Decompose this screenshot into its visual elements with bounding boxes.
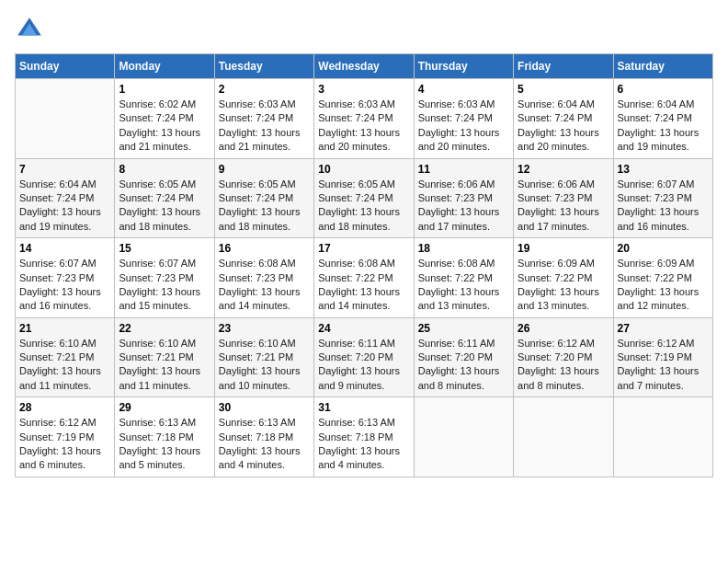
sunrise-text: Sunrise: 6:09 AM xyxy=(618,257,709,270)
day-number: 15 xyxy=(119,242,210,255)
daylight-text: Daylight: 13 hours and 21 minutes. xyxy=(119,126,210,155)
calendar-cell: 16 Sunrise: 6:08 AM Sunset: 7:23 PM Dayl… xyxy=(214,238,313,318)
daylight-text: Daylight: 13 hours and 13 minutes. xyxy=(518,285,609,314)
sunrise-text: Sunrise: 6:05 AM xyxy=(318,178,409,191)
sunset-text: Sunset: 7:18 PM xyxy=(119,431,210,444)
calendar-cell: 5 Sunrise: 6:04 AM Sunset: 7:24 PM Dayli… xyxy=(514,79,613,159)
sunset-text: Sunset: 7:23 PM xyxy=(19,271,110,285)
day-number: 12 xyxy=(518,163,609,176)
day-number: 7 xyxy=(19,163,110,176)
calendar-cell: 20 Sunrise: 6:09 AM Sunset: 7:22 PM Dayl… xyxy=(613,238,712,318)
sunrise-text: Sunrise: 6:10 AM xyxy=(19,337,110,350)
sunrise-text: Sunrise: 6:07 AM xyxy=(618,178,709,191)
daylight-text: Daylight: 13 hours and 4 minutes. xyxy=(219,444,310,473)
sunrise-text: Sunrise: 6:03 AM xyxy=(318,98,409,111)
day-number: 5 xyxy=(518,83,609,96)
daylight-text: Daylight: 13 hours and 17 minutes. xyxy=(518,205,609,234)
sunset-text: Sunset: 7:24 PM xyxy=(119,191,210,205)
daylight-text: Daylight: 13 hours and 13 minutes. xyxy=(418,285,509,314)
sunset-text: Sunset: 7:23 PM xyxy=(219,271,310,285)
sunrise-text: Sunrise: 6:08 AM xyxy=(418,257,509,270)
daylight-text: Daylight: 13 hours and 18 minutes. xyxy=(219,205,310,234)
day-number: 4 xyxy=(418,83,509,96)
sunset-text: Sunset: 7:20 PM xyxy=(518,350,609,364)
sunset-text: Sunset: 7:20 PM xyxy=(418,350,509,364)
sunset-text: Sunset: 7:24 PM xyxy=(518,111,609,125)
weekday-header-sunday: Sunday xyxy=(16,54,115,79)
sunrise-text: Sunrise: 6:11 AM xyxy=(318,337,409,350)
daylight-text: Daylight: 13 hours and 8 minutes. xyxy=(518,364,609,393)
daylight-text: Daylight: 13 hours and 6 minutes. xyxy=(19,444,110,473)
day-number: 2 xyxy=(219,83,310,96)
day-info: Sunrise: 6:07 AM Sunset: 7:23 PM Dayligh… xyxy=(618,178,709,235)
day-number: 30 xyxy=(219,401,310,414)
day-info: Sunrise: 6:08 AM Sunset: 7:22 PM Dayligh… xyxy=(318,257,409,314)
calendar-cell: 15 Sunrise: 6:07 AM Sunset: 7:23 PM Dayl… xyxy=(115,238,214,318)
sunset-text: Sunset: 7:22 PM xyxy=(618,271,709,285)
weekday-header-wednesday: Wednesday xyxy=(314,54,414,79)
sunset-text: Sunset: 7:20 PM xyxy=(318,350,409,364)
day-number: 14 xyxy=(19,242,110,255)
calendar-cell: 30 Sunrise: 6:13 AM Sunset: 7:18 PM Dayl… xyxy=(214,397,313,477)
calendar-cell: 21 Sunrise: 6:10 AM Sunset: 7:21 PM Dayl… xyxy=(16,317,115,397)
daylight-text: Daylight: 13 hours and 20 minutes. xyxy=(518,126,609,155)
calendar-cell: 31 Sunrise: 6:13 AM Sunset: 7:18 PM Dayl… xyxy=(314,397,414,477)
calendar-table: SundayMondayTuesdayWednesdayThursdayFrid… xyxy=(15,53,713,477)
calendar-cell: 8 Sunrise: 6:05 AM Sunset: 7:24 PM Dayli… xyxy=(115,158,214,238)
day-number: 18 xyxy=(418,242,509,255)
day-number: 29 xyxy=(119,401,210,414)
day-info: Sunrise: 6:13 AM Sunset: 7:18 PM Dayligh… xyxy=(119,416,210,473)
calendar-week-2: 7 Sunrise: 6:04 AM Sunset: 7:24 PM Dayli… xyxy=(16,158,713,238)
daylight-text: Daylight: 13 hours and 19 minutes. xyxy=(19,205,110,234)
calendar-cell: 12 Sunrise: 6:06 AM Sunset: 7:23 PM Dayl… xyxy=(514,158,613,238)
calendar-cell xyxy=(613,397,712,477)
daylight-text: Daylight: 13 hours and 16 minutes. xyxy=(19,285,110,314)
calendar-week-3: 14 Sunrise: 6:07 AM Sunset: 7:23 PM Dayl… xyxy=(16,238,713,318)
daylight-text: Daylight: 13 hours and 20 minutes. xyxy=(318,126,409,155)
calendar-cell: 17 Sunrise: 6:08 AM Sunset: 7:22 PM Dayl… xyxy=(314,238,414,318)
daylight-text: Daylight: 13 hours and 16 minutes. xyxy=(618,205,709,234)
sunrise-text: Sunrise: 6:12 AM xyxy=(19,416,110,430)
sunset-text: Sunset: 7:23 PM xyxy=(518,191,609,205)
sunset-text: Sunset: 7:21 PM xyxy=(19,350,110,364)
day-info: Sunrise: 6:05 AM Sunset: 7:24 PM Dayligh… xyxy=(219,178,310,235)
daylight-text: Daylight: 13 hours and 14 minutes. xyxy=(318,285,409,314)
sunrise-text: Sunrise: 6:12 AM xyxy=(518,337,609,350)
day-info: Sunrise: 6:05 AM Sunset: 7:24 PM Dayligh… xyxy=(119,178,210,235)
day-number: 10 xyxy=(318,163,409,176)
sunset-text: Sunset: 7:23 PM xyxy=(119,271,210,285)
day-number: 3 xyxy=(318,83,409,96)
sunset-text: Sunset: 7:22 PM xyxy=(318,271,409,285)
calendar-cell: 4 Sunrise: 6:03 AM Sunset: 7:24 PM Dayli… xyxy=(414,79,513,159)
logo-icon xyxy=(15,15,44,44)
day-info: Sunrise: 6:02 AM Sunset: 7:24 PM Dayligh… xyxy=(119,98,210,155)
sunrise-text: Sunrise: 6:13 AM xyxy=(318,416,409,430)
calendar-cell: 9 Sunrise: 6:05 AM Sunset: 7:24 PM Dayli… xyxy=(214,158,313,238)
daylight-text: Daylight: 13 hours and 18 minutes. xyxy=(318,205,409,234)
day-number: 1 xyxy=(119,83,210,96)
sunset-text: Sunset: 7:24 PM xyxy=(219,191,310,205)
sunset-text: Sunset: 7:21 PM xyxy=(219,350,310,364)
calendar-cell xyxy=(16,79,115,159)
calendar-cell: 23 Sunrise: 6:10 AM Sunset: 7:21 PM Dayl… xyxy=(214,317,313,397)
sunset-text: Sunset: 7:23 PM xyxy=(418,191,509,205)
sunrise-text: Sunrise: 6:03 AM xyxy=(418,98,509,111)
day-info: Sunrise: 6:03 AM Sunset: 7:24 PM Dayligh… xyxy=(318,98,409,155)
calendar-cell: 3 Sunrise: 6:03 AM Sunset: 7:24 PM Dayli… xyxy=(314,79,414,159)
calendar-cell: 19 Sunrise: 6:09 AM Sunset: 7:22 PM Dayl… xyxy=(514,238,613,318)
day-number: 8 xyxy=(119,163,210,176)
sunrise-text: Sunrise: 6:04 AM xyxy=(618,98,709,111)
sunset-text: Sunset: 7:24 PM xyxy=(219,111,310,125)
sunset-text: Sunset: 7:21 PM xyxy=(119,350,210,364)
sunrise-text: Sunrise: 6:04 AM xyxy=(19,178,110,191)
daylight-text: Daylight: 13 hours and 9 minutes. xyxy=(318,364,409,393)
sunrise-text: Sunrise: 6:10 AM xyxy=(119,337,210,350)
day-number: 21 xyxy=(19,322,110,335)
weekday-header-friday: Friday xyxy=(514,54,613,79)
daylight-text: Daylight: 13 hours and 11 minutes. xyxy=(19,364,110,393)
day-number: 23 xyxy=(219,322,310,335)
sunrise-text: Sunrise: 6:02 AM xyxy=(119,98,210,111)
day-info: Sunrise: 6:12 AM Sunset: 7:19 PM Dayligh… xyxy=(618,337,709,394)
day-info: Sunrise: 6:13 AM Sunset: 7:18 PM Dayligh… xyxy=(219,416,310,473)
sunrise-text: Sunrise: 6:13 AM xyxy=(219,416,310,430)
